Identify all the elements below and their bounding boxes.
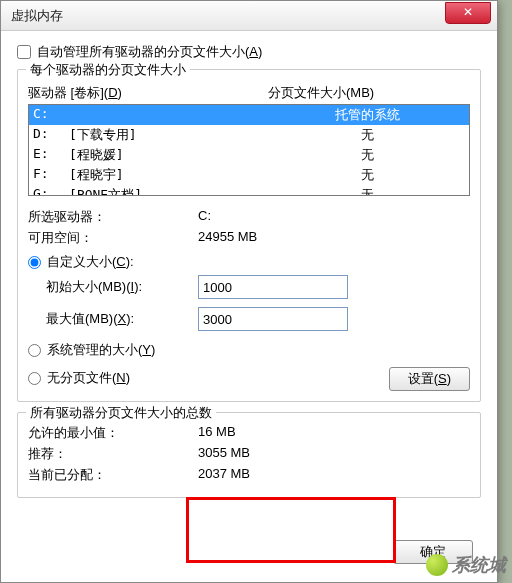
header-drive-col: 驱动器 [卷标](D) xyxy=(28,84,268,102)
drive-list-header: 驱动器 [卷标](D) 分页文件大小(MB) xyxy=(28,84,470,102)
drive-list[interactable]: C:托管的系统D:[下载专用]无E:[程晓媛]无F:[程晓宇]无G:[PONE文… xyxy=(28,104,470,196)
drive-row[interactable]: D:[下载专用]无 xyxy=(29,125,469,145)
free-space-value: 24955 MB xyxy=(198,229,257,247)
header-paging-col: 分页文件大小(MB) xyxy=(268,84,374,102)
recommended-row: 推荐： 3055 MB xyxy=(28,445,470,463)
totals-group: 所有驱动器分页文件大小的总数 允许的最小值： 16 MB 推荐： 3055 MB… xyxy=(17,412,481,498)
drive-row[interactable]: F:[程晓宇]无 xyxy=(29,165,469,185)
close-button[interactable]: ✕ xyxy=(445,2,491,24)
max-size-input[interactable] xyxy=(198,307,348,331)
custom-size-row: 自定义大小(C): xyxy=(28,253,470,271)
system-managed-label: 系统管理的大小(Y) xyxy=(47,341,155,359)
per-drive-group-title: 每个驱动器的分页文件大小 xyxy=(26,61,190,79)
free-space-row: 可用空间： 24955 MB xyxy=(28,229,470,247)
drive-row[interactable]: G:[PONE文档]无 xyxy=(29,185,469,196)
per-drive-group: 每个驱动器的分页文件大小 驱动器 [卷标](D) 分页文件大小(MB) C:托管… xyxy=(17,69,481,402)
custom-size-radio[interactable] xyxy=(28,256,41,269)
initial-size-input[interactable] xyxy=(198,275,348,299)
watermark: 系统城 xyxy=(426,553,506,577)
dialog-content: 自动管理所有驱动器的分页文件大小(A) 每个驱动器的分页文件大小 驱动器 [卷标… xyxy=(1,31,497,520)
min-allowed-value: 16 MB xyxy=(198,424,236,442)
initial-size-row: 初始大小(MB)(I): xyxy=(46,275,470,299)
set-button[interactable]: 设置(S) xyxy=(389,367,470,391)
current-allocated-row: 当前已分配： 2037 MB xyxy=(28,466,470,484)
recommended-value: 3055 MB xyxy=(198,445,250,463)
drive-row[interactable]: C:托管的系统 xyxy=(29,105,469,125)
auto-manage-label: 自动管理所有驱动器的分页文件大小(A) xyxy=(37,43,262,61)
drive-row[interactable]: E:[程晓媛]无 xyxy=(29,145,469,165)
no-paging-row: 无分页文件(N) xyxy=(28,369,130,387)
no-paging-radio[interactable] xyxy=(28,372,41,385)
selected-drive-row: 所选驱动器： C: xyxy=(28,208,470,226)
initial-size-label: 初始大小(MB)(I): xyxy=(46,278,198,296)
system-managed-radio[interactable] xyxy=(28,344,41,357)
max-size-row: 最大值(MB)(X): xyxy=(46,307,470,331)
window-title: 虚拟内存 xyxy=(11,7,63,25)
no-paging-label: 无分页文件(N) xyxy=(47,369,130,387)
auto-manage-checkbox[interactable] xyxy=(17,45,31,59)
totals-group-title: 所有驱动器分页文件大小的总数 xyxy=(26,404,216,422)
watermark-text: 系统城 xyxy=(452,553,506,577)
custom-size-label: 自定义大小(C): xyxy=(47,253,134,271)
watermark-logo-icon xyxy=(426,554,448,576)
min-allowed-row: 允许的最小值： 16 MB xyxy=(28,424,470,442)
max-size-label: 最大值(MB)(X): xyxy=(46,310,198,328)
titlebar: 虚拟内存 ✕ xyxy=(1,1,497,31)
selected-drive-value: C: xyxy=(198,208,211,226)
system-managed-row: 系统管理的大小(Y) xyxy=(28,341,470,359)
virtual-memory-dialog: 虚拟内存 ✕ 自动管理所有驱动器的分页文件大小(A) 每个驱动器的分页文件大小 … xyxy=(0,0,498,583)
auto-manage-row: 自动管理所有驱动器的分页文件大小(A) xyxy=(17,43,481,61)
current-allocated-value: 2037 MB xyxy=(198,466,250,484)
